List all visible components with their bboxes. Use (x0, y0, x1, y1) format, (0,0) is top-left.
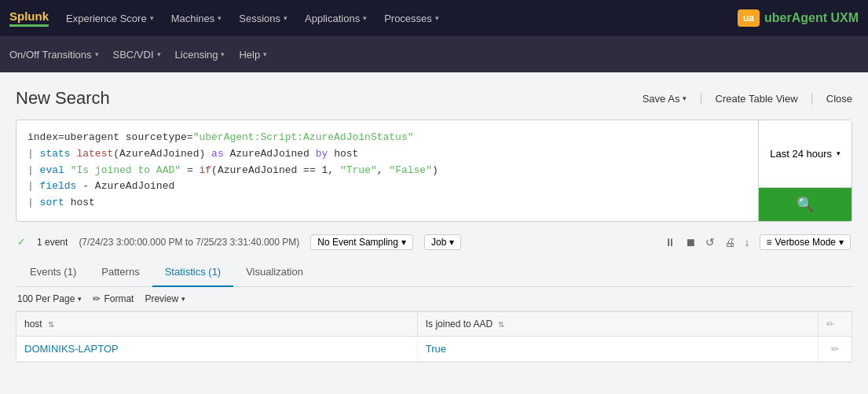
tab-statistics[interactable]: Statistics (1) (152, 258, 234, 287)
nav-sbc-vdi[interactable]: SBC/VDI ▾ (113, 36, 161, 72)
chevron-down-icon: ▾ (435, 14, 439, 22)
results-table: host ⇅ Is joined to AAD ⇅ ✏ DOMINIKS-LAP… (16, 312, 852, 362)
chevron-down-icon: ▾ (95, 50, 99, 58)
search-box: index=uberagent sourcetype="uberAgent:Sc… (16, 120, 852, 222)
sort-icon: ⇅ (48, 320, 54, 329)
print-icon[interactable]: 🖨 (724, 236, 735, 249)
column-header-host[interactable]: host ⇅ (16, 312, 417, 337)
stop-icon[interactable]: ⏹ (685, 236, 696, 249)
search-input[interactable]: index=uberagent sourcetype="uberAgent:Sc… (16, 120, 758, 221)
query-line-3: | eval "Is joined to AAD" = if(AzureAdJo… (27, 163, 747, 179)
table-header-row: host ⇅ Is joined to AAD ⇅ ✏ (16, 312, 852, 337)
nav-help[interactable]: Help ▾ (239, 36, 267, 72)
edit-icon[interactable]: ✏ (826, 319, 834, 330)
refresh-icon[interactable]: ↺ (705, 236, 715, 249)
results-table-container: host ⇅ Is joined to AAD ⇅ ✏ DOMINIKS-LAP… (16, 311, 852, 363)
check-icon: ✓ (17, 236, 26, 248)
nav-applications[interactable]: Applications ▾ (303, 0, 368, 36)
chevron-down-icon: ▾ (401, 237, 406, 248)
table-row: DOMINIKS-LAPTOP True ✏ (16, 336, 852, 361)
chevron-down-icon: ▾ (839, 237, 844, 248)
query-line-2: | stats latest(AzureAdJoined) as AzureAd… (27, 146, 747, 163)
nav-licensing[interactable]: Licensing ▾ (175, 36, 225, 72)
chevron-down-icon: ▾ (263, 50, 267, 58)
pause-icon[interactable]: ⏸ (665, 236, 676, 249)
nav-machines[interactable]: Machines ▾ (170, 0, 224, 36)
host-link[interactable]: DOMINIKS-LAPTOP (24, 343, 119, 355)
save-as-button[interactable]: Save As ▾ (643, 93, 687, 105)
search-button[interactable]: 🔍 (759, 188, 852, 221)
preview-button[interactable]: Preview ▾ (145, 293, 185, 304)
tabs-bar: Events (1) Patterns Statistics (1) Visua… (16, 258, 852, 287)
cell-edit: ✏ (818, 336, 852, 361)
page-title: New Search (16, 88, 110, 109)
chevron-down-icon: ▾ (181, 295, 185, 303)
event-sampling-button[interactable]: No Event Sampling ▾ (310, 234, 413, 250)
time-picker-button[interactable]: Last 24 hours ▾ (759, 120, 852, 188)
toolbar-row: 100 Per Page ▾ ✏ Format Preview ▾ (16, 287, 852, 311)
chevron-down-icon: ▾ (157, 50, 161, 58)
per-page-button[interactable]: 100 Per Page ▾ (17, 293, 82, 304)
sort-icon: ⇅ (498, 320, 504, 329)
format-button[interactable]: ✏ Format (93, 293, 134, 304)
time-range: (7/24/23 3:00:00.000 PM to 7/25/23 3:31:… (79, 237, 299, 248)
tab-visualization[interactable]: Visualization (233, 258, 316, 287)
create-table-view-button[interactable]: Create Table View (716, 93, 798, 105)
verbose-icon: ≡ (767, 237, 772, 248)
page-header: New Search Save As ▾ | Create Table View… (16, 88, 852, 109)
search-controls: Last 24 hours ▾ 🔍 (758, 120, 852, 221)
aad-value: True (426, 343, 446, 355)
nav-experience-score[interactable]: Experience Score ▾ (64, 0, 156, 36)
query-line-4: | fields - AzureAdJoined (27, 179, 747, 195)
status-icons: ⏸ ⏹ ↺ 🖨 ↓ ≡ Verbose Mode ▾ (665, 234, 851, 250)
cell-aad: True (417, 336, 818, 361)
divider: | (699, 91, 702, 105)
cell-host: DOMINIKS-LAPTOP (16, 336, 417, 361)
chevron-down-icon: ▾ (363, 14, 367, 22)
second-navigation: On/Off Transitions ▾ SBC/VDI ▾ Licensing… (0, 36, 868, 72)
pencil-icon: ✏ (93, 293, 101, 304)
nav-sessions[interactable]: Sessions ▾ (237, 0, 289, 36)
query-line-1: index=uberagent sourcetype="uberAgent:Sc… (27, 130, 747, 146)
chevron-down-icon: ▾ (78, 295, 82, 303)
job-button[interactable]: Job ▾ (424, 234, 461, 250)
event-count: 1 event (37, 237, 68, 248)
nav-on-off-transitions[interactable]: On/Off Transitions ▾ (9, 36, 99, 72)
edit-icon[interactable]: ✏ (831, 344, 839, 355)
chevron-down-icon: ▾ (221, 50, 225, 58)
query-line-5: | sort host (27, 195, 747, 212)
top-navigation: Splunk Experience Score ▾ Machines ▾ Ses… (0, 0, 868, 36)
search-icon: 🔍 (797, 196, 814, 213)
chevron-down-icon: ▾ (449, 237, 454, 248)
header-actions: Save As ▾ | Create Table View | Close (643, 91, 852, 105)
chevron-down-icon: ▾ (284, 14, 288, 22)
logo-text: uberAgent UXM (764, 11, 859, 25)
close-button[interactable]: Close (826, 93, 852, 105)
tab-patterns[interactable]: Patterns (89, 258, 152, 287)
chevron-down-icon: ▾ (837, 149, 841, 157)
column-header-edit: ✏ (818, 312, 852, 337)
logo-box: ua (738, 9, 760, 27)
nav-processes[interactable]: Processes ▾ (383, 0, 441, 36)
main-content: New Search Save As ▾ | Create Table View… (0, 72, 868, 363)
verbose-mode-button[interactable]: ≡ Verbose Mode ▾ (760, 234, 851, 250)
tab-events[interactable]: Events (1) (17, 258, 89, 287)
column-header-aad[interactable]: Is joined to AAD ⇅ (417, 312, 818, 337)
chevron-down-icon: ▾ (683, 94, 687, 102)
chevron-down-icon: ▾ (218, 14, 222, 22)
status-bar: ✓ 1 event (7/24/23 3:00:00.000 PM to 7/2… (16, 230, 852, 255)
export-icon[interactable]: ↓ (745, 236, 750, 249)
divider: | (811, 91, 814, 105)
product-logo: ua uberAgent UXM (738, 9, 859, 27)
brand-logo[interactable]: Splunk (9, 9, 49, 27)
chevron-down-icon: ▾ (150, 14, 154, 22)
